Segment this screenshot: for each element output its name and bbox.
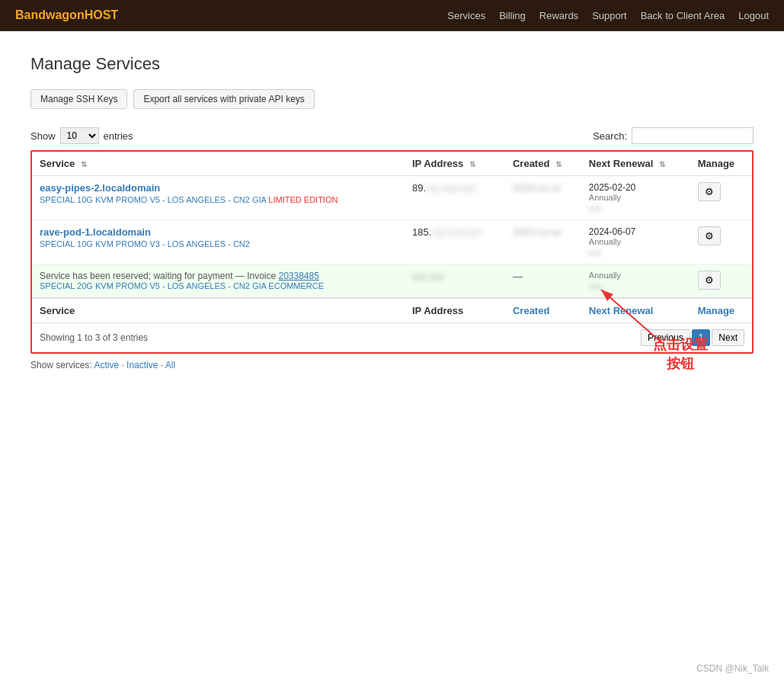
service-cell-3: Service has been reserved; waiting for p… <box>32 265 405 299</box>
service-desc-3: SPECIAL 20G KVM PROMO V5 - LOS ANGELES -… <box>40 281 397 290</box>
show-services-filter: Show services: Active · Inactive · All <box>30 360 754 370</box>
pending-message: Service has been reserved; waiting for p… <box>40 271 397 281</box>
search-box: Search: <box>593 127 754 144</box>
service-desc-1: SPECIAL 10G KVM PROMO V5 - LOS ANGELES -… <box>40 195 338 204</box>
page-title: Manage Services <box>30 54 754 74</box>
filter-active[interactable]: Active <box>94 360 119 370</box>
brand-host: HOST <box>85 8 118 21</box>
renewal-date-1: 2025-02-20 <box>589 182 683 193</box>
svg-line-1 <box>601 290 662 343</box>
created-cell-3: — <box>505 265 581 299</box>
footer-col-manage: Manage <box>690 298 752 322</box>
service-cell-2: rave-pod-1.localdomain SPECIAL 10G KVM P… <box>32 220 405 265</box>
brand-bandwagon: Bandwagon <box>15 8 85 21</box>
created-cell-2: 2023-xx-xx <box>505 220 581 265</box>
nav-services[interactable]: Services <box>447 10 485 21</box>
col-manage: Manage <box>690 152 752 176</box>
manage-button-3[interactable]: ⚙ <box>698 271 721 290</box>
sort-ip-icon: ⇅ <box>469 160 475 168</box>
nav-support[interactable]: Support <box>592 10 627 21</box>
filter-inactive[interactable]: Inactive <box>126 360 158 370</box>
col-renewal[interactable]: Next Renewal ⇅ <box>581 152 690 176</box>
col-created[interactable]: Created ⇅ <box>505 152 581 176</box>
renewal-date-2: 2024-06-07 <box>589 226 683 237</box>
renewal-period-1: Annually <box>589 193 683 202</box>
sort-service-icon: ⇅ <box>81 160 87 168</box>
sort-created-icon: ⇅ <box>555 160 562 168</box>
manage-cell-3: ⚙ <box>690 265 752 299</box>
created-cell-1: 2023-xx-xx <box>505 176 581 220</box>
renewal-period-2: Annually <box>589 237 683 246</box>
annotation-arrow <box>586 282 677 351</box>
table-row: rave-pod-1.localdomain SPECIAL 10G KVM P… <box>32 220 752 265</box>
renewal-cell-1: 2025-02-20 Annually xxx <box>581 176 690 220</box>
entries-select[interactable]: 10 25 50 100 <box>60 127 99 144</box>
footer-col-service: Service <box>32 298 405 322</box>
manage-cell-2: ⚙ <box>690 220 752 265</box>
service-name-1[interactable]: easy-pipes-2.localdomain <box>40 182 160 194</box>
ip-cell-1: 89.xxx.xxx.xxx <box>405 176 505 220</box>
ip-cell-2: 185.xxx.xxx.xxx <box>405 220 505 265</box>
action-buttons: Manage SSH Keys Export all services with… <box>30 89 754 109</box>
nav-rewards[interactable]: Rewards <box>539 10 578 21</box>
table-row: easy-pipes-2.localdomain SPECIAL 10G KVM… <box>32 176 752 220</box>
table-header-row: Service ⇅ IP Address ⇅ Created ⇅ Next <box>32 152 752 176</box>
service-desc-2: SPECIAL 10G KVM PROMO V3 - LOS ANGELES -… <box>40 239 250 249</box>
ip-cell-3: xxx.xxx <box>405 265 505 299</box>
filter-all[interactable]: All <box>165 360 175 370</box>
manage-button-2[interactable]: ⚙ <box>698 226 721 245</box>
manage-cell-1: ⚙ <box>690 176 752 220</box>
export-services-button[interactable]: Export all services with private API key… <box>133 89 314 109</box>
showing-entries: Showing 1 to 3 of 3 entries <box>40 332 148 343</box>
col-service[interactable]: Service ⇅ <box>32 152 405 176</box>
renewal-cell-2: 2024-06-07 Annually xxx <box>581 220 690 265</box>
manage-ssh-keys-button[interactable]: Manage SSH Keys <box>30 89 127 109</box>
nav-logout[interactable]: Logout <box>738 10 769 21</box>
service-cell-1: easy-pipes-2.localdomain SPECIAL 10G KVM… <box>32 176 405 220</box>
nav-back-to-client[interactable]: Back to Client Area <box>641 10 725 21</box>
invoice-link[interactable]: 20338485 <box>279 271 319 281</box>
top-navigation: BandwagonHOST Services Billing Rewards S… <box>0 0 784 30</box>
show-entries: Show 10 25 50 100 entries <box>30 127 133 144</box>
footer-col-created: Created <box>505 298 581 322</box>
footer-col-ip: IP Address <box>405 298 505 322</box>
manage-button-1[interactable]: ⚙ <box>698 182 721 201</box>
show-label: Show <box>30 130 56 142</box>
entries-label: entries <box>104 130 133 142</box>
search-input[interactable] <box>632 127 754 144</box>
show-services-label: Show services: <box>30 360 92 370</box>
renewal-period-3: Annually <box>589 271 683 280</box>
nav-links: Services Billing Rewards Support Back to… <box>447 10 769 21</box>
nav-billing[interactable]: Billing <box>499 10 526 21</box>
table-controls-top: Show 10 25 50 100 entries Search: <box>30 127 754 144</box>
sort-renewal-icon: ⇅ <box>659 160 665 168</box>
next-page-button[interactable]: Next <box>712 329 744 346</box>
search-label: Search: <box>593 130 627 142</box>
brand-logo: BandwagonHOST <box>15 8 118 22</box>
col-ip[interactable]: IP Address ⇅ <box>405 152 505 176</box>
annotation: 点击设置按钮 <box>653 335 708 374</box>
service-name-2[interactable]: rave-pod-1.localdomain <box>40 226 151 238</box>
